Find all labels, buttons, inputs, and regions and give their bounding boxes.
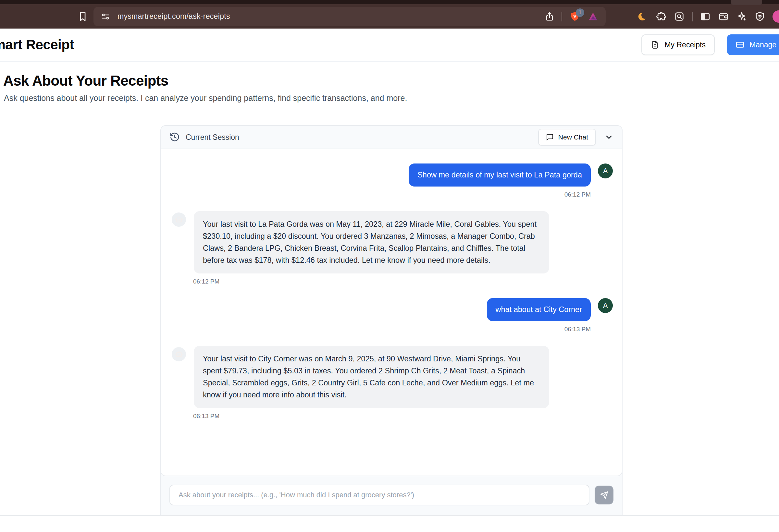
receipt-document-icon xyxy=(651,40,660,49)
manage-label: Manage xyxy=(750,41,776,49)
manage-button[interactable]: Manage xyxy=(727,35,779,55)
bot-message-bubble: Your last visit to City Corner was on Ma… xyxy=(194,346,549,408)
bot-message-bubble: Your last visit to La Pata Gorda was on … xyxy=(194,211,549,273)
send-button[interactable] xyxy=(595,486,613,505)
message-group-bot: Your last visit to City Corner was on Ma… xyxy=(161,346,622,420)
bot-avatar xyxy=(172,347,186,361)
app-header: Smart Receipt My Receipts Manage xyxy=(0,28,779,62)
moon-icon[interactable] xyxy=(638,11,649,22)
message-group-user: what about at City Corner A 06:13 PM xyxy=(161,298,622,333)
user-message-bubble: what about at City Corner xyxy=(487,298,591,321)
message-group-user: Show me details of my last visit to La P… xyxy=(161,163,622,198)
chat-input[interactable] xyxy=(169,485,589,506)
brave-shields-icon[interactable]: 1 xyxy=(569,11,580,22)
message-timestamp: 06:13 PM xyxy=(161,413,622,420)
app-title: Smart Receipt xyxy=(0,37,74,53)
new-chat-button[interactable]: New Chat xyxy=(538,129,596,146)
new-chat-label: New Chat xyxy=(558,133,588,141)
robot-icon xyxy=(175,350,183,359)
browser-toolbar: mysmartreceipt.com/ask-receipts 1 xyxy=(0,0,779,28)
user-avatar: A xyxy=(598,298,613,313)
chat-bubble-icon xyxy=(546,133,554,141)
message-timestamp: 06:12 PM xyxy=(161,278,622,285)
my-receipts-label: My Receipts xyxy=(664,41,706,49)
url-bar[interactable]: mysmartreceipt.com/ask-receipts 1 xyxy=(94,7,606,26)
bookmark-icon[interactable] xyxy=(77,11,88,22)
search-window-icon[interactable] xyxy=(674,11,685,22)
brave-rewards-icon[interactable] xyxy=(588,11,599,22)
my-receipts-button[interactable]: My Receipts xyxy=(641,35,715,55)
app-title-clip: Smart Receipt xyxy=(0,28,74,61)
url-text: mysmartreceipt.com/ask-receipts xyxy=(118,12,230,21)
toolbar-row: mysmartreceipt.com/ask-receipts 1 xyxy=(0,4,779,28)
bot-avatar xyxy=(172,212,186,227)
chat-widget: Current Session New Chat Show me details… xyxy=(160,125,622,515)
share-icon[interactable] xyxy=(545,12,554,21)
divider xyxy=(692,12,693,21)
sparkles-icon[interactable] xyxy=(736,11,747,22)
user-avatar: A xyxy=(598,163,613,179)
divider xyxy=(561,12,562,21)
vpn-shield-icon[interactable] xyxy=(754,11,765,22)
message-timestamp: 06:13 PM xyxy=(161,326,622,333)
chevron-down-icon[interactable] xyxy=(604,133,613,142)
session-label: Current Session xyxy=(186,133,239,142)
credit-card-icon xyxy=(735,40,744,49)
content-bottom-rule xyxy=(0,515,779,516)
chat-messages-scroll[interactable]: Show me details of my last visit to La P… xyxy=(160,148,622,476)
header-actions: My Receipts Manage xyxy=(641,35,779,55)
shields-badge: 1 xyxy=(576,8,584,17)
page-title: Ask About Your Receipts xyxy=(3,73,169,89)
user-message-bubble: Show me details of my last visit to La P… xyxy=(409,163,591,187)
profile-avatar-icon[interactable] xyxy=(773,10,779,23)
paper-plane-icon xyxy=(600,491,609,500)
chat-composer xyxy=(161,475,622,515)
url-bar-actions: 1 xyxy=(545,11,599,22)
chat-session-header: Current Session New Chat xyxy=(161,126,622,148)
extensions-icon[interactable] xyxy=(656,11,667,22)
toolbar-actions xyxy=(638,10,779,23)
session-actions: New Chat xyxy=(538,129,613,146)
wallet-icon[interactable] xyxy=(718,11,729,22)
sidebar-icon[interactable] xyxy=(700,11,711,22)
page-subtitle: Ask questions about all your receipts. I… xyxy=(4,93,407,103)
robot-icon xyxy=(175,215,183,224)
message-group-bot: Your last visit to La Pata Gorda was on … xyxy=(161,211,622,285)
message-timestamp: 06:12 PM xyxy=(161,191,622,198)
current-session: Current Session xyxy=(169,132,239,142)
tab-strip xyxy=(0,0,779,4)
history-icon xyxy=(169,132,180,142)
site-settings-icon[interactable] xyxy=(101,12,110,21)
